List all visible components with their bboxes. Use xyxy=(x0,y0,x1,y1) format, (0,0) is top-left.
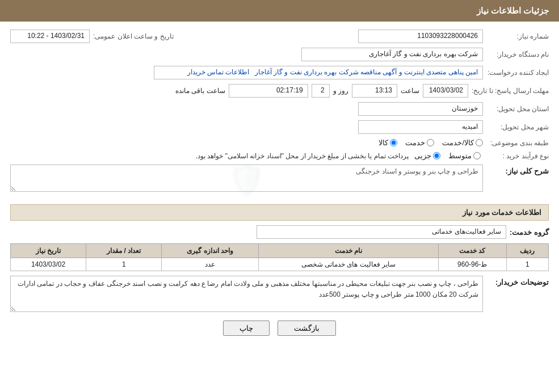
shahr-label: شهر محل تحویل: xyxy=(486,123,549,131)
tawziyat-row: توضیحات خریدار: طراحی ، چاپ و نصب بنر جه… xyxy=(10,276,549,314)
mohlat-label: مهلت ارسال پاسخ: تا تاریخ: xyxy=(472,87,549,95)
print-button[interactable]: چاپ xyxy=(223,321,270,336)
tabaghe-radio-group: کالا/خدمت خدمت کالا xyxy=(379,138,483,147)
button-row: بازگشت چاپ xyxy=(10,321,549,336)
cell-tarikh: 1403/03/02 xyxy=(11,258,86,271)
farayand-label: نوع فرآیند خرید : xyxy=(486,152,549,160)
radio-kala-khadamat-label: کالا/خدمت xyxy=(442,138,474,147)
sharhkoli-textarea[interactable] xyxy=(10,165,483,192)
sharhkoli-row: شرح کلی نیاز: 🛡️ طراحی و چاپ بنر و پوستر… xyxy=(10,165,549,199)
shahr-value: امیدیه xyxy=(358,120,483,134)
shomare-niaz-row: شماره نیاز: 1103093228000426 تاریخ و ساع… xyxy=(10,29,549,43)
nam-dastgah-label: نام دستگاه خریدار: xyxy=(486,50,549,58)
radio-khadamat-label: خدمت xyxy=(405,138,425,147)
sharhkoli-label: شرح کلی نیاز: xyxy=(486,165,549,175)
radio-motawaset-label: متوسط xyxy=(448,151,472,160)
tabaghe-label: طبقه بندی موضوعی: xyxy=(486,139,549,147)
ostan-row: استان محل تحویل: خوزستان xyxy=(10,102,549,116)
khadamat-section-header: اطلاعات خدمات مورد نیاز xyxy=(10,204,549,221)
nam-dastgah-row: نام دستگاه خریدار: شرکت بهره برداری نفت … xyxy=(10,48,549,61)
col-nam: نام خدمت xyxy=(258,244,438,258)
radio-kala-khadamat-item[interactable]: کالا/خدمت xyxy=(442,138,483,147)
radio-kala-khadamat[interactable] xyxy=(476,139,483,146)
tabaghe-row: طبقه بندی موضوعی: کالا/خدمت خدمت کالا xyxy=(10,138,549,147)
mohlat-rooz: 2 xyxy=(312,84,330,98)
service-table: ردیف کد خدمت نام خدمت واحد اندازه گیری ت… xyxy=(10,243,549,271)
radio-kala[interactable] xyxy=(390,139,397,146)
cell-vahed: عدد xyxy=(162,258,259,271)
nam-dastgah-value: شرکت بهره برداری نفت و گاز آغاجاری xyxy=(301,48,483,61)
shomare-niaz-label: شماره نیاز: xyxy=(486,32,549,40)
mohlat-baghimande: 02:17:19 xyxy=(229,84,308,98)
col-vahed: واحد اندازه گیری xyxy=(162,244,259,258)
ejad-konande-row: ایجاد کننده درخواست: امین پناهی متصدی ای… xyxy=(10,66,549,79)
cell-tedad: 1 xyxy=(86,258,162,271)
main-window: جزئیات اطلاعات نیاز شماره نیاز: 11030932… xyxy=(0,0,559,392)
ejad-konande-value: امین پناهی متصدی اینترنت و آگهی مناقصه ش… xyxy=(154,66,483,79)
farayand-radio-group: متوسط جزیی xyxy=(414,151,481,160)
radio-motawaset[interactable] xyxy=(473,152,481,159)
shahr-row: شهر محل تحویل: امیدیه xyxy=(10,120,549,134)
page-header: جزئیات اطلاعات نیاز xyxy=(0,0,559,22)
back-button[interactable]: بازگشت xyxy=(278,321,336,336)
contact-link[interactable]: اطلاعات تماس خریدار xyxy=(187,68,250,76)
ejad-konande-label: ایجاد کننده درخواست: xyxy=(486,69,549,77)
grouh-khadamat-label: گروه خدمت: xyxy=(510,228,549,237)
ostan-label: استان محل تحویل: xyxy=(486,105,549,113)
tarikh-elaan-label: تاریخ و ساعت اعلان عمومی: xyxy=(93,32,174,40)
mohlat-saat: 13:13 xyxy=(352,84,397,98)
radio-khadamat-item[interactable]: خدمت xyxy=(405,138,434,147)
tawziyat-label: توضیحات خریدار: xyxy=(486,276,549,286)
grouh-khadamat-value: سایر فعالیت‌های خدماتی xyxy=(257,225,506,239)
cell-radif: 1 xyxy=(506,258,548,271)
saat-label: ساعت xyxy=(401,87,419,95)
aminsayah-link[interactable]: امین پناهی متصدی اینترنت و آگهی مناقصه ش… xyxy=(255,68,478,76)
col-tedad: تعداد / مقدار xyxy=(86,244,162,258)
table-row: 1 ط-96-960 سایر فعالیت های خدماتی شخصی ع… xyxy=(11,258,549,271)
farayand-text: پرداخت تمام یا بخشی از مبلغ خریدار از مح… xyxy=(196,152,409,160)
col-tarikh: تاریخ نیاز xyxy=(11,244,86,258)
mohlat-row: مهلت ارسال پاسخ: تا تاریخ: 1403/03/02 سا… xyxy=(10,84,549,98)
radio-motawaset-item[interactable]: متوسط xyxy=(448,151,481,160)
ostan-value: خوزستان xyxy=(358,102,483,116)
radio-jozei-label: جزیی xyxy=(414,151,431,160)
col-radif: ردیف xyxy=(506,244,548,258)
grouh-khadamat-row: گروه خدمت: سایر فعالیت‌های خدماتی xyxy=(10,225,549,239)
col-kod: کد خدمت xyxy=(438,244,506,258)
content-area: شماره نیاز: 1103093228000426 تاریخ و ساع… xyxy=(0,22,559,348)
mohlat-date: 1403/03/02 xyxy=(423,84,468,98)
radio-jozei-item[interactable]: جزیی xyxy=(414,151,440,160)
cell-kod: ط-96-960 xyxy=(438,258,506,271)
baghimande-label: ساعت باقی مانده xyxy=(175,87,225,95)
shomare-niaz-value: 1103093228000426 xyxy=(358,29,483,43)
page-title: جزئیات اطلاعات نیاز xyxy=(477,6,549,15)
radio-kala-label: کالا xyxy=(379,138,388,147)
rooz-label: روز و xyxy=(333,87,348,95)
tawziyat-textarea[interactable] xyxy=(10,276,483,312)
radio-kala-item[interactable]: کالا xyxy=(379,138,397,147)
cell-nam: سایر فعالیت های خدماتی شخصی xyxy=(258,258,438,271)
radio-khadamat[interactable] xyxy=(427,139,434,146)
farayand-row: نوع فرآیند خرید : متوسط جزیی پرداخت تمام… xyxy=(10,151,549,160)
radio-jozei[interactable] xyxy=(433,152,440,159)
tarikh-elaan-value: 1403/02/31 - 10:22 xyxy=(10,29,90,43)
